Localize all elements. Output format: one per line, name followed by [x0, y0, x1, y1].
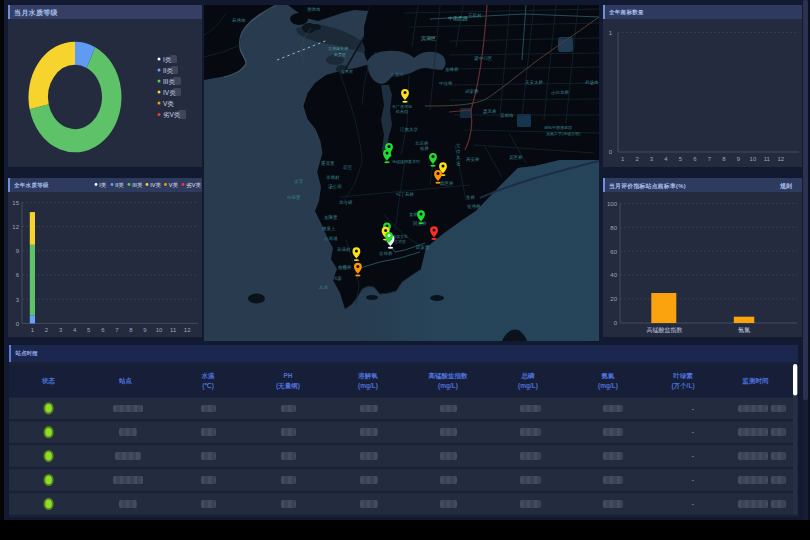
svg-text:2: 2 — [45, 327, 49, 333]
svg-text:40: 40 — [610, 272, 617, 278]
svg-text:采捷村: 采捷村 — [337, 247, 351, 253]
svg-text:风景区: 风景区 — [334, 52, 346, 57]
svg-text:总磷: 总磷 — [520, 372, 535, 380]
svg-text:艺术区: 艺术区 — [394, 239, 406, 244]
svg-text:胡家费: 胡家费 — [465, 89, 479, 94]
svg-text:1: 1 — [609, 30, 613, 36]
svg-text:3: 3 — [59, 327, 63, 333]
svg-text:吴都路: 吴都路 — [500, 113, 514, 118]
svg-text:10: 10 — [156, 327, 163, 333]
svg-text:6: 6 — [16, 272, 20, 278]
svg-text:7: 7 — [115, 327, 119, 333]
svg-text:8: 8 — [129, 327, 133, 333]
svg-text:板桥: 板桥 — [420, 146, 430, 151]
svg-text:中佳桥: 中佳桥 — [439, 81, 453, 86]
svg-text:(mg/L): (mg/L) — [358, 382, 378, 390]
svg-text:信: 信 — [455, 149, 461, 154]
svg-text:V类: V类 — [163, 100, 174, 107]
svg-text:IV类: IV类 — [150, 182, 161, 188]
svg-text:渔港路: 渔港路 — [307, 7, 321, 12]
svg-text:I类: I类 — [99, 182, 107, 188]
svg-text:12: 12 — [777, 156, 784, 162]
svg-text:5: 5 — [87, 327, 91, 333]
svg-text:(℃): (℃) — [202, 382, 214, 390]
svg-text:青桥: 青桥 — [409, 212, 419, 217]
svg-text:(mg/L): (mg/L) — [518, 382, 538, 390]
svg-text:氨氮: 氨氮 — [738, 326, 750, 333]
svg-text:龙寺碑: 龙寺碑 — [339, 200, 353, 205]
svg-text:7: 7 — [708, 156, 712, 162]
svg-text:11: 11 — [170, 327, 177, 333]
svg-text:吴区桥: 吴区桥 — [509, 154, 523, 160]
svg-text:3: 3 — [16, 297, 20, 303]
svg-text:60: 60 — [610, 249, 617, 255]
svg-text:高区桥: 高区桥 — [440, 180, 454, 186]
svg-text:氨氮: 氨氮 — [600, 372, 615, 380]
svg-text:PH: PH — [283, 372, 292, 379]
svg-text:溶解氧: 溶解氧 — [357, 372, 378, 380]
svg-text:东蠡湖: 东蠡湖 — [390, 71, 404, 77]
svg-text:4: 4 — [664, 156, 668, 162]
svg-text:9: 9 — [16, 248, 20, 254]
svg-text:立: 立 — [456, 143, 461, 148]
svg-text:9: 9 — [737, 156, 741, 162]
svg-text:科普园: 科普园 — [395, 109, 408, 115]
svg-text:大: 大 — [456, 155, 461, 160]
svg-text:滨湖区: 滨湖区 — [421, 35, 436, 42]
svg-text:惠见桥: 惠见桥 — [482, 109, 497, 114]
svg-text:宝界桥: 宝界桥 — [341, 69, 354, 74]
svg-text:80: 80 — [610, 225, 617, 231]
svg-text:寿安桥: 寿安桥 — [466, 157, 480, 163]
svg-text:II类: II类 — [115, 182, 124, 188]
svg-text:2: 2 — [635, 156, 639, 162]
svg-text:重居里: 重居里 — [321, 160, 335, 166]
svg-text:道: 道 — [456, 161, 461, 166]
svg-text:南泉上: 南泉上 — [322, 226, 336, 231]
svg-text:大浮: 大浮 — [294, 178, 304, 184]
svg-text:天安大桥: 天安大桥 — [525, 80, 544, 85]
svg-text:小白龙桥: 小白龙桥 — [551, 90, 570, 95]
svg-text:监测时间: 监测时间 — [741, 377, 769, 385]
svg-text:薛家里: 薛家里 — [416, 245, 430, 250]
svg-text:6: 6 — [693, 156, 697, 162]
svg-text:汤公湖: 汤公湖 — [328, 183, 342, 190]
svg-text:祉塘桥: 祉塘桥 — [467, 204, 481, 209]
svg-text:中南西路: 中南西路 — [448, 15, 468, 22]
svg-text:高锰酸盐指数: 高锰酸盐指数 — [428, 372, 468, 380]
svg-text:6: 6 — [101, 327, 105, 333]
svg-text:梁中心区: 梁中心区 — [474, 55, 493, 61]
svg-text:5: 5 — [679, 156, 683, 162]
svg-text:3: 3 — [650, 156, 654, 162]
svg-text:(无量纲): (无量纲) — [276, 382, 300, 390]
svg-text:1: 1 — [621, 156, 625, 162]
svg-text:0: 0 — [609, 149, 613, 155]
svg-text:状态: 状态 — [41, 377, 56, 385]
svg-text:8: 8 — [722, 156, 726, 162]
svg-text:9: 9 — [143, 327, 147, 333]
svg-text:东绛桥: 东绛桥 — [445, 67, 459, 72]
svg-text:羊栖村: 羊栖村 — [326, 175, 340, 181]
svg-text:小湖浦: 小湖浦 — [324, 236, 338, 241]
svg-text:江南大学: 江南大学 — [400, 127, 419, 132]
svg-text:(mg/L): (mg/L) — [438, 382, 458, 390]
svg-text:东降里: 东降里 — [324, 214, 338, 220]
svg-text:12: 12 — [184, 327, 191, 333]
svg-text:10: 10 — [750, 156, 757, 162]
svg-text:11: 11 — [764, 156, 771, 162]
svg-text:吉祥桥: 吉祥桥 — [379, 251, 393, 256]
svg-text:纪丁石桥: 纪丁石桥 — [396, 191, 415, 197]
svg-text:九龙: 九龙 — [319, 285, 329, 290]
svg-text:劣V类: 劣V类 — [186, 182, 201, 189]
svg-text:太湖鼋头渚: 太湖鼋头渚 — [328, 46, 348, 51]
svg-text:V类: V类 — [169, 182, 179, 188]
svg-text:III类: III类 — [132, 182, 143, 188]
svg-text:1: 1 — [31, 327, 35, 333]
svg-text:无锡绿湖美术馆: 无锡绿湖美术馆 — [392, 159, 420, 164]
svg-text:100: 100 — [607, 201, 618, 207]
svg-text:15: 15 — [12, 200, 19, 206]
svg-text:叶绿素: 叶绿素 — [673, 372, 693, 380]
svg-text:东南大学(无锡分校): 东南大学(无锡分校) — [546, 131, 581, 136]
svg-text:南栅桥: 南栅桥 — [338, 264, 352, 270]
svg-text:高锰酸盐指数: 高锰酸盐指数 — [647, 326, 683, 334]
svg-text:(mg/L): (mg/L) — [598, 382, 618, 390]
